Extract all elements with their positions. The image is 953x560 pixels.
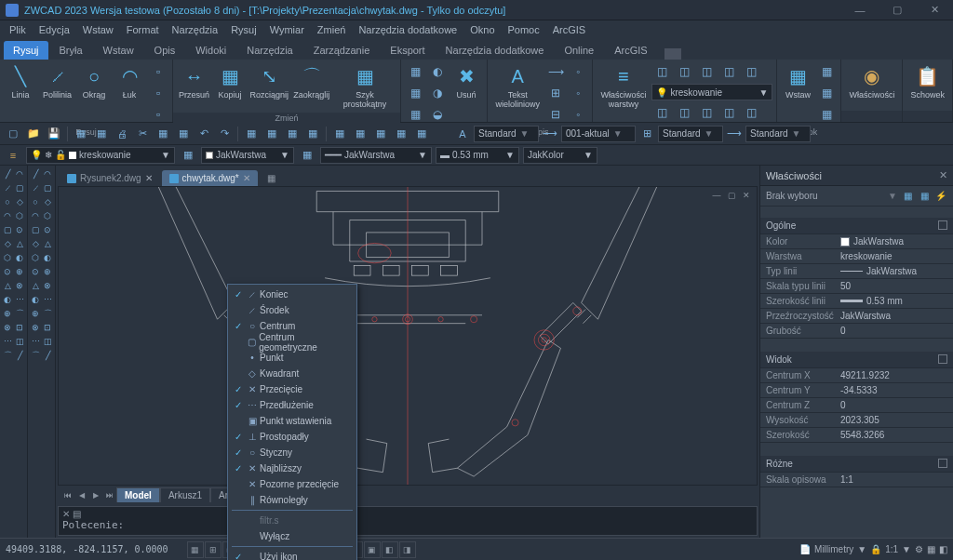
tb-btn[interactable]: ▦: [412, 125, 431, 143]
tool-btn[interactable]: ╱: [14, 349, 25, 362]
tool-btn[interactable]: ◠: [30, 209, 41, 222]
tool-btn[interactable]: ○: [2, 195, 13, 208]
ribbon-small-btn[interactable]: ◦: [568, 83, 588, 103]
style-combo[interactable]: Standard▼: [745, 126, 811, 142]
lw-combo[interactable]: ▬0.53 mm▼: [436, 147, 519, 164]
ribbon-tab[interactable]: Opis: [145, 41, 185, 60]
mtext-button[interactable]: ATekst wieloliniowy: [491, 61, 544, 111]
insert-button[interactable]: ▦Wstaw: [781, 61, 814, 101]
ribbon-small-btn[interactable]: ▦: [816, 104, 837, 125]
menu-item[interactable]: Okno: [464, 22, 500, 37]
ribbon-small-btn[interactable]: ⟶: [545, 61, 566, 82]
status-toggle[interactable]: ◨: [399, 541, 416, 558]
ribbon-small-btn[interactable]: ◦: [568, 61, 588, 82]
tool-btn[interactable]: ⊗: [14, 279, 25, 292]
prop-row[interactable]: Warstwakreskowanie: [760, 249, 953, 264]
menu-item[interactable]: ArcGIS: [547, 22, 591, 37]
doc-tab[interactable]: chwytak.dwg*✕: [162, 170, 258, 186]
tool-btn[interactable]: ⬡: [2, 251, 13, 264]
prop-row[interactable]: Centrum Y-34.5333: [760, 383, 953, 398]
ctx-item[interactable]: ✓⊥Prostopadły: [228, 429, 356, 445]
tool-btn[interactable]: ╱: [30, 167, 41, 180]
ribbon-small-btn[interactable]: ◫: [674, 61, 694, 82]
prop-row[interactable]: Centrum Z0: [760, 398, 953, 413]
doc-tab[interactable]: Rysunek2.dwg✕: [60, 170, 160, 186]
status-toggle[interactable]: ▣: [364, 541, 381, 558]
layout-tab[interactable]: Model: [116, 487, 160, 502]
tool-btn[interactable]: ⊕: [30, 307, 41, 320]
tool-btn[interactable]: ⊕: [2, 307, 13, 320]
tool-btn[interactable]: ⊕: [42, 265, 53, 278]
tb-btn[interactable]: ▦: [174, 125, 193, 143]
props-button[interactable]: ◉Właściwości: [845, 61, 898, 101]
prop-row[interactable]: Szerokość linii0.53 mm: [760, 294, 953, 309]
tool-btn[interactable]: ⋯: [30, 335, 41, 348]
tool-btn[interactable]: ⊙: [30, 265, 41, 278]
ribbon-small-btn[interactable]: ◫: [741, 102, 761, 123]
ribbon-tab[interactable]: Narzędzia dodatkowe: [436, 41, 554, 60]
tool-btn[interactable]: ◇: [30, 237, 41, 250]
ctx-item[interactable]: •Punkt: [228, 350, 356, 366]
selection-combo[interactable]: Brak wyboru▼▦▦⚡: [760, 186, 953, 207]
tb-new[interactable]: ▢: [4, 125, 22, 143]
tool-btn[interactable]: ▢: [30, 223, 41, 236]
drawing-canvas[interactable]: — ▢ ✕: [58, 186, 758, 486]
tool-btn[interactable]: ⌒: [30, 349, 41, 362]
ribbon-small-btn[interactable]: ▦: [816, 83, 837, 103]
minimize-button[interactable]: —: [841, 0, 879, 20]
tb-btn[interactable]: ▦: [92, 125, 111, 143]
ribbon-polilinia-button[interactable]: ⟋Polilinia: [39, 61, 75, 101]
ribbon-tab[interactable]: Zarządzanie: [304, 41, 380, 60]
close-icon[interactable]: ✕: [243, 173, 250, 183]
ribbon-tab[interactable]: ArcGIS: [605, 41, 656, 60]
tool-btn[interactable]: ⬡: [14, 209, 25, 222]
tb-btn[interactable]: ⟶: [541, 125, 559, 143]
menu-item[interactable]: Wymiar: [264, 22, 310, 37]
menu-item[interactable]: Rysuj: [225, 22, 262, 37]
nav-next[interactable]: ▶: [89, 488, 102, 501]
tool-btn[interactable]: ╱: [42, 349, 53, 362]
ribbon-small-btn[interactable]: ◫: [651, 61, 672, 82]
tool-btn[interactable]: ⊙: [42, 223, 53, 236]
ribbon-btn[interactable]: ↔Przesuń: [177, 61, 211, 101]
ltype-combo[interactable]: ━━━JakWarstwa▼: [320, 147, 432, 164]
menu-item[interactable]: Plik: [4, 22, 32, 37]
panel-close[interactable]: ✕: [939, 169, 947, 181]
style-combo[interactable]: Standard▼: [658, 126, 723, 142]
ctx-item[interactable]: ▢Centrum geometryczne: [228, 334, 356, 350]
tb-btn[interactable]: ▦: [392, 125, 410, 143]
tool-btn[interactable]: ⌒: [14, 307, 25, 320]
tool-btn[interactable]: ◫: [42, 335, 53, 348]
ribbon-small-btn[interactable]: ◐: [427, 61, 448, 82]
tool-btn[interactable]: ▢: [2, 223, 13, 236]
ctx-item[interactable]: ▣Punkt wstawienia: [228, 413, 356, 429]
status-icon[interactable]: ◧: [939, 544, 947, 554]
nav-prev[interactable]: ◀: [75, 488, 88, 501]
tool-btn[interactable]: ⊗: [42, 279, 53, 292]
tool-btn[interactable]: ◐: [30, 293, 41, 306]
ribbon-small-btn[interactable]: ◫: [696, 102, 717, 123]
tool-btn[interactable]: ⊡: [42, 321, 53, 334]
ribbon-tab[interactable]: Eksport: [381, 41, 434, 60]
ribbon-btn[interactable]: ⤡Rozciągnij: [248, 61, 290, 101]
ribbon-small-btn[interactable]: ▫: [148, 61, 168, 82]
tb-btn[interactable]: ▦: [179, 146, 197, 165]
doc-tab-new[interactable]: ▦: [260, 170, 283, 186]
prop-row[interactable]: Wysokość2023.305: [760, 413, 953, 428]
ribbon-small-btn[interactable]: ◫: [718, 61, 739, 82]
ribbon-small-btn[interactable]: ◫: [718, 102, 739, 123]
ctx-item[interactable]: ⟋Środek: [228, 302, 356, 318]
ctx-item[interactable]: ✓○Styczny: [228, 445, 356, 460]
tb-btn[interactable]: ▦: [351, 125, 369, 143]
scale-label[interactable]: 1:1: [885, 544, 898, 554]
ribbon-btn[interactable]: ▦Szyk prostokątny: [333, 61, 396, 111]
tool-btn[interactable]: ◐: [42, 251, 53, 264]
menu-item[interactable]: Edycja: [34, 22, 75, 37]
tb-save[interactable]: 💾: [45, 125, 63, 143]
ribbon-extra[interactable]: [664, 48, 681, 60]
ribbon-small-btn[interactable]: ▦: [405, 83, 425, 103]
ribbon-small-btn[interactable]: ◑: [427, 83, 448, 103]
tool-btn[interactable]: ⊗: [30, 321, 41, 334]
ribbon-łuk-button[interactable]: ◠Łuk: [113, 61, 146, 101]
prop-section-header[interactable]: Różne: [760, 456, 953, 473]
